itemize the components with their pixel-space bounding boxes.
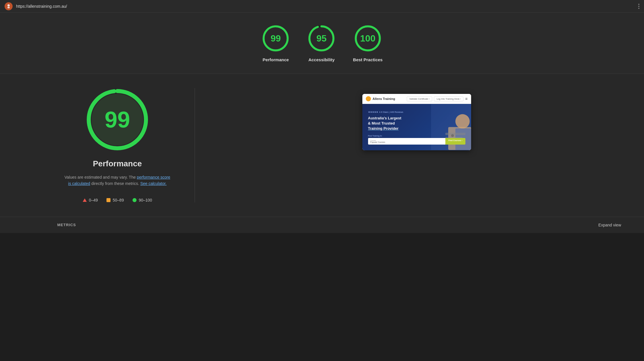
main-content: 99 Performance Values are estimated and … (0, 74, 644, 217)
big-score-title: Performance (93, 159, 142, 168)
preview-search-label: Find Training In: (368, 135, 465, 137)
red-triangle-icon (83, 198, 87, 202)
star-icons: ★★★★★ (368, 111, 378, 113)
big-score-number: 99 (105, 108, 130, 131)
big-score-inner: 99 (92, 94, 143, 145)
preview-search: Find Training In: Course Popular Courses… (368, 135, 465, 145)
browser-bar: https://allenstraining.com.au/ (0, 0, 644, 13)
right-panel: Allens Training Validate Certificate › L… (212, 88, 621, 150)
arc-performance: 99 (261, 24, 290, 53)
preview-hero-text: ★★★★★ 4.9 Stars | 449 Reviews Australia'… (368, 111, 465, 145)
vertical-divider (195, 88, 195, 202)
headline-line3: Training Provider (368, 126, 399, 131)
browser-menu-button[interactable] (638, 4, 639, 9)
headline-line1: Australia's Largest (368, 116, 402, 120)
preview-logo: Allens Training (366, 96, 395, 101)
expand-view-button[interactable]: Expand view (598, 223, 621, 227)
legend-orange-range: 50–89 (113, 198, 124, 202)
metrics-bar: METRICS Expand view (0, 217, 644, 233)
browser-favicon (5, 2, 13, 10)
svg-rect-1 (7, 7, 10, 8)
legend-item-orange: 50–89 (106, 198, 124, 202)
green-circle-icon (133, 198, 137, 202)
score-value-performance: 99 (271, 33, 281, 44)
preview-search-box: Course Popular Courses Find Courses › (368, 138, 465, 145)
preview-hamburger-icon: ≡ (465, 96, 467, 101)
orange-square-icon (106, 198, 110, 202)
metrics-label: METRICS (57, 223, 76, 227)
legend-item-green: 90–100 (133, 198, 152, 202)
arc-best-practices: 100 (353, 24, 382, 53)
preview-header: Allens Training Validate Certificate › L… (362, 94, 471, 104)
desc-prefix: Values are estimated and may vary. The (64, 175, 136, 179)
score-description: Values are estimated and may vary. The p… (63, 174, 172, 187)
preview-nav-btns: Validate Certificate › Log Into Training… (407, 96, 468, 101)
preview-logo-icon (366, 96, 371, 101)
score-item-accessibility: 95 Accessibility (307, 24, 336, 62)
headline-line2: & Most Trusted (368, 121, 395, 125)
preview-stars: ★★★★★ 4.9 Stars | 449 Reviews (368, 111, 465, 113)
preview-btn-login: Log Into Training Desk › (434, 96, 463, 101)
legend-green-range: 90–100 (139, 198, 152, 202)
left-panel: 99 Performance Values are estimated and … (57, 88, 177, 202)
preview-search-input: Course Popular Courses (368, 138, 446, 145)
score-label-accessibility: Accessibility (308, 57, 335, 62)
legend-red-range: 0–49 (89, 198, 98, 202)
dot1 (638, 4, 639, 5)
search-popular-label: Popular Courses (370, 141, 443, 143)
preview-search-btn: Find Courses › (445, 138, 465, 145)
scores-top-row: 99 Performance 95 Accessibility 100 Best (0, 13, 644, 74)
preview-headline: Australia's Largest & Most Trusted Train… (368, 116, 465, 131)
preview-logo-text: Allens Training (373, 97, 395, 100)
score-item-performance: 99 Performance (261, 24, 290, 62)
browser-url: https://allenstraining.com.au/ (16, 4, 67, 9)
website-preview: Allens Training Validate Certificate › L… (362, 94, 471, 150)
preview-btn-validate: Validate Certificate › (407, 96, 432, 101)
desc-middle: directly from these metrics. (91, 181, 139, 186)
score-label-best-practices: Best Practices (353, 57, 382, 62)
rating-text: 4.9 Stars | 449 Reviews (379, 111, 403, 113)
legend-item-red: 0–49 (83, 198, 98, 202)
score-label-performance: Performance (262, 57, 289, 62)
dot2 (638, 6, 639, 7)
calculator-link[interactable]: See calculator. (140, 181, 167, 186)
score-value-best-practices: 100 (360, 33, 375, 44)
score-item-best-practices: 100 Best Practices (353, 24, 382, 62)
dot3 (638, 8, 639, 9)
preview-hero: ★★★★★ 4.9 Stars | 449 Reviews Australia'… (362, 104, 471, 150)
score-legend: 0–49 50–89 90–100 (83, 198, 152, 202)
score-value-accessibility: 95 (317, 33, 327, 44)
big-score-circle: 99 (86, 88, 149, 151)
svg-point-0 (7, 4, 10, 7)
arc-accessibility: 95 (307, 24, 336, 53)
